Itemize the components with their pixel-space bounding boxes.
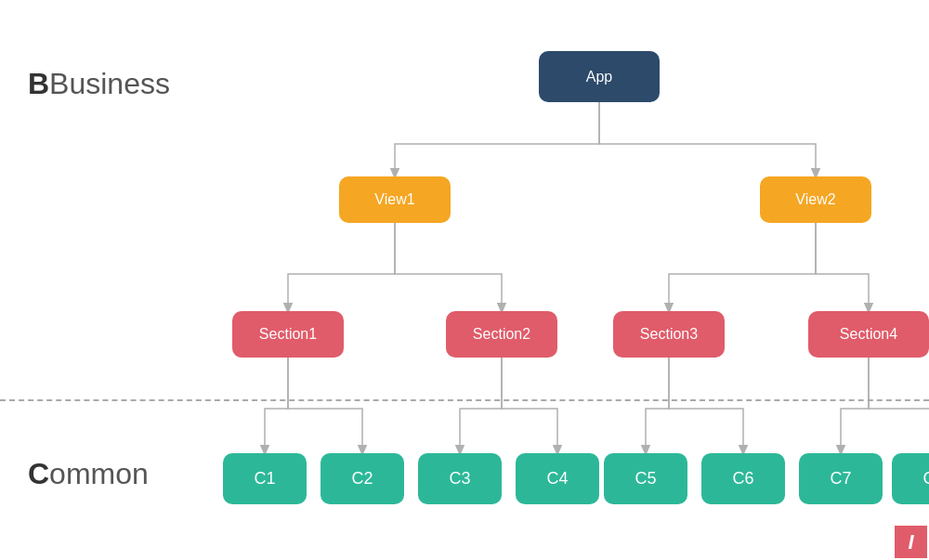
node-view2: View2 (760, 176, 871, 223)
node-c4: C4 (516, 453, 599, 504)
business-label: BBusiness (28, 67, 170, 101)
node-c6: C6 (701, 453, 785, 504)
node-c8: C8 (892, 453, 929, 504)
node-section1: Section1 (232, 311, 344, 358)
node-c5: C5 (604, 453, 687, 504)
node-c1: C1 (223, 453, 307, 504)
node-c2: C2 (321, 453, 404, 504)
node-c7: C7 (799, 453, 883, 504)
node-app: App (539, 51, 660, 102)
node-section3: Section3 (613, 311, 725, 358)
section-divider (0, 399, 929, 401)
node-section4: Section4 (808, 311, 929, 358)
node-section2: Section2 (446, 311, 557, 358)
common-label: Common (28, 457, 149, 491)
node-view1: View1 (339, 176, 451, 223)
node-c3: C3 (418, 453, 502, 504)
diagram-container: BBusiness Common App View1 View2 Section… (0, 0, 929, 560)
watermark: I (895, 526, 927, 558)
